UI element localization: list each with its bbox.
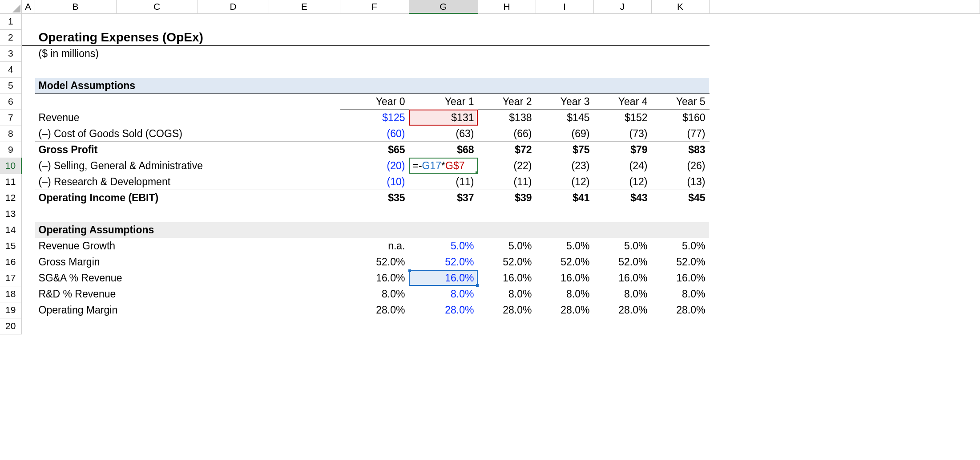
cell-L11[interactable] [709,174,980,190]
cell-K20[interactable] [651,318,709,334]
sga-G-formula-cell[interactable]: =-G17*G$7 [409,158,478,174]
gross-profit-K[interactable]: $83 [651,142,709,158]
rnd-F[interactable]: (10) [340,174,409,190]
rnd-pct-K[interactable]: 8.0% [651,286,709,302]
row-head-16[interactable]: 16 [0,254,21,270]
revenue-K[interactable]: $160 [651,110,709,126]
gross-margin-I[interactable]: 52.0% [536,254,593,270]
rnd-label[interactable]: (–) Research & Development [35,174,340,190]
cell-A17[interactable] [21,270,35,286]
row-head-18[interactable]: 18 [0,286,21,302]
sga-pct-H[interactable]: 16.0% [478,270,536,286]
grid[interactable]: A B C D E F G H I J K 1 2 Operating Expe… [0,0,980,334]
row-head-1[interactable]: 1 [0,13,21,29]
year-0-head[interactable]: Year 0 [340,94,409,110]
col-head-J[interactable]: J [593,0,651,13]
cell-B1[interactable] [35,13,340,29]
rev-growth-H[interactable]: 5.0% [478,238,536,254]
col-head-B[interactable]: B [35,0,116,13]
ebit-K[interactable]: $45 [651,190,709,206]
col-head-H[interactable]: H [478,0,536,13]
cogs-I[interactable]: (69) [536,126,593,142]
cogs-J[interactable]: (73) [593,126,651,142]
row-head-5[interactable]: 5 [0,77,21,94]
col-head-K[interactable]: K [651,0,709,13]
cell-L14[interactable] [709,222,980,238]
cell-J13[interactable] [593,206,651,222]
cell-G1[interactable] [409,13,478,29]
cell-A7[interactable] [21,110,35,126]
year-4-head[interactable]: Year 4 [593,94,651,110]
sga-pct-G[interactable]: 16.0% [409,270,478,286]
cell-L18[interactable] [709,286,980,302]
cell-A15[interactable] [21,238,35,254]
row-head-20[interactable]: 20 [0,318,21,334]
cell-K2[interactable] [651,29,709,45]
row-head-4[interactable]: 4 [0,61,21,77]
rnd-H[interactable]: (11) [478,174,536,190]
row-head-2[interactable]: 2 [0,29,21,45]
rnd-pct-H[interactable]: 8.0% [478,286,536,302]
cogs-G[interactable]: (63) [409,126,478,142]
cell-J2[interactable] [593,29,651,45]
rev-growth-F[interactable]: n.a. [340,238,409,254]
sga-label[interactable]: (–) Selling, General & Administrative [35,158,340,174]
row-head-14[interactable]: 14 [0,222,21,238]
cell-H13[interactable] [478,206,536,222]
cell-I13[interactable] [536,206,593,222]
cell-A1[interactable] [21,13,35,29]
cell-L20[interactable] [709,318,980,334]
op-margin-F[interactable]: 28.0% [340,302,409,318]
revenue-G[interactable]: $131 [409,110,478,126]
section-operating-assumptions[interactable]: Operating Assumptions [35,222,709,238]
cell-L5[interactable] [709,77,980,94]
cell-G13[interactable] [409,206,478,222]
cell-K3[interactable] [651,45,709,61]
col-head-A[interactable]: A [21,0,35,13]
row-head-3[interactable]: 3 [0,45,21,61]
row-head-19[interactable]: 19 [0,302,21,318]
col-head-G[interactable]: G [409,0,478,13]
cell-K13[interactable] [651,206,709,222]
cell-A9[interactable] [21,142,35,158]
cell-F4[interactable] [340,61,409,77]
cell-L2[interactable] [709,29,980,45]
cell-G20[interactable] [409,318,478,334]
rnd-pct-G[interactable]: 8.0% [409,286,478,302]
year-3-head[interactable]: Year 3 [536,94,593,110]
gross-margin-J[interactable]: 52.0% [593,254,651,270]
gross-margin-K[interactable]: 52.0% [651,254,709,270]
rnd-K[interactable]: (13) [651,174,709,190]
cogs-H[interactable]: (66) [478,126,536,142]
col-head-D[interactable]: D [198,0,269,13]
cell-F3[interactable] [340,45,409,61]
cell-J20[interactable] [593,318,651,334]
cell-A6[interactable] [21,94,35,110]
col-head-C[interactable]: C [116,0,198,13]
sga-pct-F[interactable]: 16.0% [340,270,409,286]
rnd-pct-F[interactable]: 8.0% [340,286,409,302]
year-1-head[interactable]: Year 1 [409,94,478,110]
op-margin-J[interactable]: 28.0% [593,302,651,318]
gross-margin-F[interactable]: 52.0% [340,254,409,270]
cell-L1[interactable] [709,13,980,29]
sga-F[interactable]: (20) [340,158,409,174]
row-head-12[interactable]: 12 [0,190,21,206]
sga-pct-J[interactable]: 16.0% [593,270,651,286]
col-head-I[interactable]: I [536,0,593,13]
row-head-11[interactable]: 11 [0,174,21,190]
cell-A19[interactable] [21,302,35,318]
revenue-label[interactable]: Revenue [35,110,340,126]
cell-A11[interactable] [21,174,35,190]
cell-H20[interactable] [478,318,536,334]
ebit-G[interactable]: $37 [409,190,478,206]
rnd-J[interactable]: (12) [593,174,651,190]
gross-profit-F[interactable]: $65 [340,142,409,158]
rev-growth-G[interactable]: 5.0% [409,238,478,254]
row-head-6[interactable]: 6 [0,94,21,110]
cell-L10[interactable] [709,158,980,174]
cell-I2[interactable] [536,29,593,45]
op-margin-H[interactable]: 28.0% [478,302,536,318]
sga-K[interactable]: (26) [651,158,709,174]
cell-L4[interactable] [709,61,980,77]
